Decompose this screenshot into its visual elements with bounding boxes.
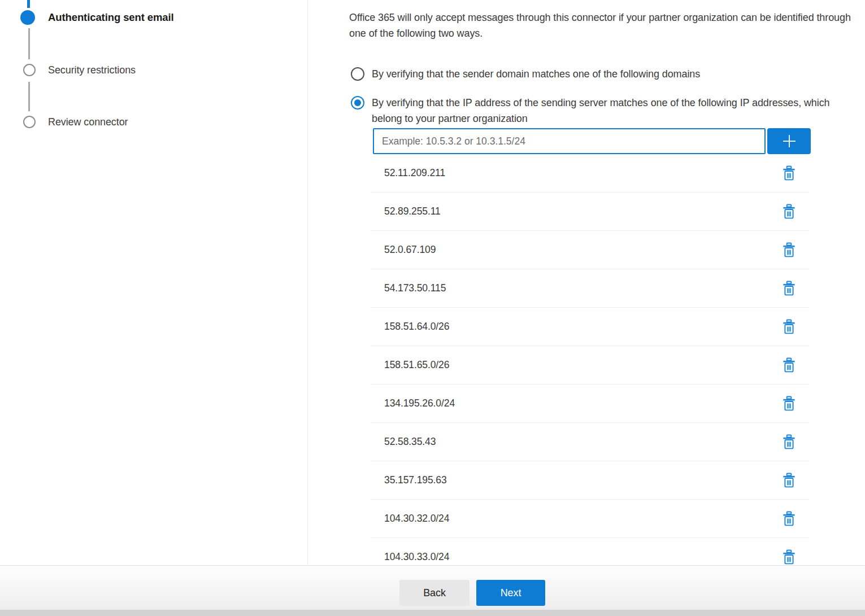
ip-list-item: 104.30.32.0/24: [371, 500, 809, 538]
step-indicator-dot: [23, 116, 36, 128]
ip-list-item: 52.0.67.109: [371, 231, 809, 269]
stepper-step: Authenticating sent email: [0, 10, 174, 25]
radio-button-icon[interactable]: [351, 96, 364, 110]
delete-ip-button[interactable]: [781, 356, 797, 374]
ip-list-item: 158.51.64.0/26: [371, 308, 809, 346]
delete-ip-button[interactable]: [781, 433, 797, 451]
trash-icon: [783, 549, 796, 565]
ip-address-value: 134.195.26.0/24: [384, 397, 781, 409]
radio-option[interactable]: By verifying that the sender domain matc…: [351, 66, 865, 82]
ip-address-value: 104.30.33.0/24: [384, 551, 781, 563]
ip-address-value: 54.173.50.115: [384, 282, 781, 294]
delete-ip-button[interactable]: [781, 203, 797, 220]
window-bottom-edge: [0, 610, 865, 616]
step-description: Office 365 will only accept messages thr…: [349, 10, 858, 41]
plus-icon: [780, 132, 798, 150]
ip-address-list: 52.11.209.211 52.89.255.11 52.: [371, 154, 809, 565]
trash-icon: [783, 434, 796, 449]
ip-list-item: 134.195.26.0/24: [371, 385, 809, 423]
next-button[interactable]: Next: [476, 580, 545, 606]
trash-icon: [783, 165, 796, 181]
verification-options-group: By verifying that the sender domain matc…: [351, 66, 865, 126]
ip-address-value: 52.58.35.43: [384, 436, 781, 448]
wizard-stepper-sidebar: Authenticating sent email Security restr…: [0, 0, 308, 565]
trash-icon: [783, 242, 796, 257]
step-indicator-dot: [23, 64, 36, 76]
trash-icon: [783, 204, 796, 219]
step-label: Security restrictions: [48, 64, 136, 76]
delete-ip-button[interactable]: [781, 241, 797, 259]
trash-icon: [783, 357, 796, 373]
trash-icon: [783, 396, 796, 411]
trash-icon: [783, 281, 796, 296]
radio-option[interactable]: By verifying that the IP address of the …: [351, 95, 865, 126]
delete-ip-button[interactable]: [781, 318, 797, 335]
delete-ip-button[interactable]: [781, 164, 797, 182]
wizard-step-content: Office 365 will only accept messages thr…: [308, 0, 865, 565]
ip-list-item: 158.51.65.0/26: [371, 346, 809, 385]
radio-button-icon[interactable]: [351, 67, 364, 81]
ip-address-value: 104.30.32.0/24: [384, 513, 781, 525]
trash-icon: [783, 511, 796, 526]
ip-list-item: 54.173.50.115: [371, 269, 809, 308]
delete-ip-button[interactable]: [781, 279, 797, 297]
step-label: Review connector: [48, 116, 128, 128]
step-label: Authenticating sent email: [48, 11, 174, 24]
ip-address-value: 158.51.65.0/26: [384, 359, 781, 371]
wizard-footer: Back Next: [0, 565, 865, 616]
ip-address-value: 158.51.64.0/26: [384, 321, 781, 333]
stepper-step-list: Authenticating sent email Security restr…: [0, 0, 307, 565]
ip-list-item: 52.58.35.43: [371, 423, 809, 461]
delete-ip-button[interactable]: [781, 395, 797, 412]
step-indicator-dot: [20, 10, 35, 25]
ip-address-value: 52.0.67.109: [384, 244, 781, 256]
delete-ip-button[interactable]: [781, 548, 797, 565]
trash-icon: [783, 473, 796, 488]
ip-list-item: 104.30.33.0/24: [371, 538, 809, 565]
ip-address-value: 52.89.255.11: [384, 206, 781, 217]
delete-ip-button[interactable]: [781, 471, 797, 489]
ip-list-item: 52.11.209.211: [371, 154, 809, 193]
stepper-step: Review connector: [0, 116, 128, 128]
ip-list-item: 52.89.255.11: [371, 193, 809, 231]
trash-icon: [783, 319, 796, 334]
connector-wizard-page: Authenticating sent email Security restr…: [0, 0, 865, 616]
ip-list-item: 35.157.195.63: [371, 461, 809, 500]
ip-address-value: 35.157.195.63: [384, 474, 781, 486]
footer-buttons: Back Next: [399, 580, 545, 606]
delete-ip-button[interactable]: [781, 510, 797, 527]
ip-address-value: 52.11.209.211: [384, 167, 781, 179]
add-ip-button[interactable]: [767, 128, 811, 154]
radio-option-label[interactable]: By verifying that the IP address of the …: [372, 95, 832, 126]
back-button[interactable]: Back: [399, 580, 470, 606]
ip-address-input[interactable]: [373, 128, 766, 154]
ip-input-row: [373, 128, 865, 154]
radio-option-label[interactable]: By verifying that the sender domain matc…: [372, 66, 700, 82]
stepper-step: Security restrictions: [0, 64, 136, 76]
